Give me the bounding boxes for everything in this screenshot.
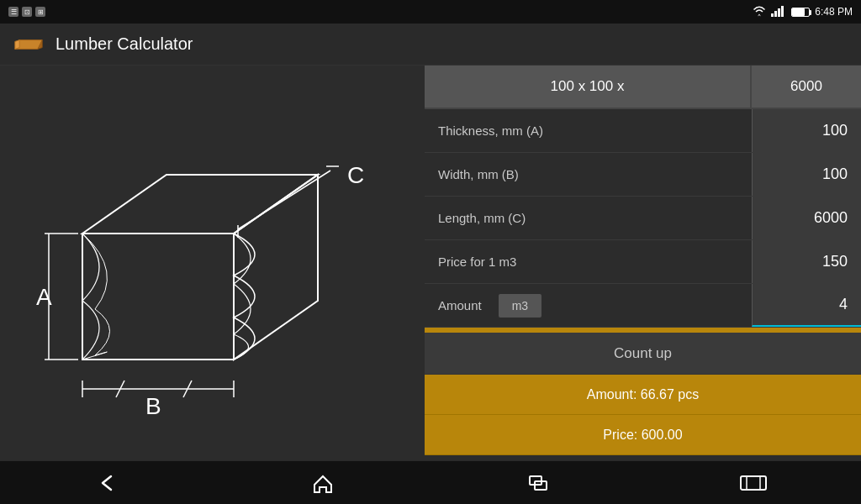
length-value[interactable]: 6000 [752, 197, 861, 239]
svg-rect-23 [741, 476, 766, 490]
width-label: Width, mm (B) [425, 167, 752, 181]
thickness-label: Thickness, mm (A) [425, 123, 752, 138]
result-amount-row: Amount: 66.67 pcs [425, 375, 861, 415]
price-label: Price for 1 m3 [425, 255, 752, 269]
dimension-header-row: 100 x 100 x 6000 [425, 66, 861, 109]
width-value[interactable]: 100 [752, 153, 861, 196]
back-icon [96, 473, 119, 493]
nav-back-button[interactable] [82, 466, 133, 500]
screenshot-icon [739, 473, 768, 493]
lumber-svg: A B C [15, 108, 410, 418]
length-row: Length, mm (C) 6000 [425, 197, 861, 240]
battery-icon [791, 8, 810, 17]
nav-bar [0, 460, 861, 504]
home-icon [311, 471, 335, 495]
amount-row: Amount m3 4 [425, 284, 861, 328]
dimension-label: 100 x 100 x [425, 66, 752, 108]
price-row: Price for 1 m3 150 [425, 240, 861, 284]
status-right: 6:48 PM [753, 5, 853, 19]
lumber-icon [13, 33, 44, 56]
time-display: 6:48 PM [815, 6, 853, 18]
svg-rect-3 [781, 6, 784, 17]
signal-icon [771, 5, 786, 19]
status-bar: ☰ ⊡ ⊞ 6:48 PM [0, 0, 861, 24]
svg-text:C: C [347, 162, 364, 188]
width-row: Width, mm (B) 100 [425, 153, 861, 197]
diagram-panel: A B C [0, 66, 425, 460]
amount-unit[interactable]: m3 [499, 294, 541, 318]
nav-home-button[interactable] [298, 466, 348, 500]
svg-line-15 [238, 171, 330, 229]
dimension-length-value: 6000 [752, 66, 861, 108]
svg-rect-2 [778, 8, 780, 17]
main-content: A B C 100 x 100 x 6000 Thickness, mm (A) [0, 66, 861, 460]
svg-text:B: B [145, 393, 161, 418]
wifi-icon [753, 5, 766, 19]
amount-label: Amount [425, 298, 495, 312]
result-price-text: Price: 600.00 [603, 428, 682, 443]
count-up-button[interactable]: Count up [425, 333, 861, 375]
svg-rect-0 [771, 13, 774, 17]
svg-text:A: A [36, 284, 52, 310]
result-price-row: Price: 600.00 [425, 415, 861, 455]
notif-icon-3: ⊞ [35, 7, 45, 17]
count-up-label: Count up [614, 345, 672, 362]
nav-screenshot-button[interactable] [728, 466, 779, 500]
nav-recent-button[interactable] [513, 466, 563, 500]
amount-value[interactable]: 4 [752, 284, 861, 327]
notif-icon-2: ⊡ [22, 7, 32, 17]
result-amount-text: Amount: 66.67 pcs [587, 387, 699, 402]
thickness-row: Thickness, mm (A) 100 [425, 109, 861, 153]
notification-icons: ☰ ⊡ ⊞ [8, 7, 45, 17]
app-title: Lumber Calculator [55, 34, 193, 54]
calc-panel: 100 x 100 x 6000 Thickness, mm (A) 100 W… [425, 66, 861, 460]
length-label: Length, mm (C) [425, 211, 752, 225]
thickness-value[interactable]: 100 [752, 109, 861, 152]
title-bar: Lumber Calculator [0, 24, 861, 66]
svg-rect-1 [774, 11, 777, 17]
recent-apps-icon [526, 471, 550, 495]
price-value[interactable]: 150 [752, 240, 861, 283]
notif-icon-1: ☰ [8, 7, 18, 17]
svg-rect-4 [82, 234, 234, 360]
svg-marker-5 [82, 175, 318, 234]
